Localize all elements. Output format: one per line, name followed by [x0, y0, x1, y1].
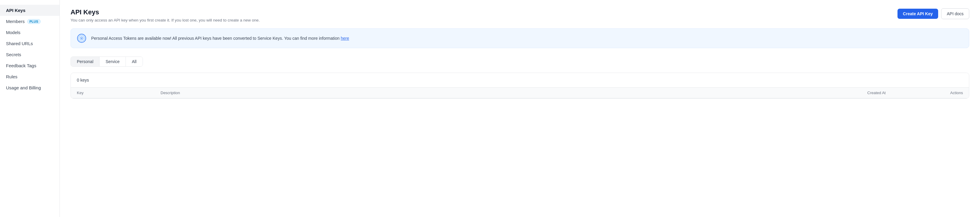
api-docs-button[interactable]: API docs — [941, 8, 969, 19]
sidebar-item-label: Rules — [6, 74, 18, 79]
main-content: API Keys You can only access an API key … — [60, 0, 980, 217]
table-col-actions: Actions — [927, 90, 963, 95]
info-banner: Personal Access Tokens are available now… — [70, 29, 969, 48]
tab-all[interactable]: All — [126, 57, 143, 67]
info-icon — [76, 33, 87, 44]
banner-link[interactable]: here — [341, 36, 349, 41]
table-col-key: Key — [77, 90, 161, 95]
page-header: API Keys You can only access an API key … — [70, 8, 969, 22]
table-header: KeyDescriptionCreated AtActions — [71, 87, 969, 98]
sidebar-item-label: Feedback Tags — [6, 63, 36, 68]
keys-section: 0 keys KeyDescriptionCreated AtActions — [70, 73, 969, 99]
banner-text: Personal Access Tokens are available now… — [91, 36, 349, 41]
page-title: API Keys — [70, 8, 260, 16]
tab-personal[interactable]: Personal — [71, 57, 100, 67]
sidebar-item-label: Models — [6, 30, 20, 35]
header-actions: Create API Key API docs — [897, 8, 969, 19]
plus-badge: PLUS — [27, 19, 41, 24]
sidebar-item-label: Shared URLs — [6, 41, 33, 46]
page-subtitle: You can only access an API key when you … — [70, 18, 260, 22]
sidebar-item-label: Members — [6, 19, 25, 24]
table-col-created-at: Created At — [867, 90, 927, 95]
tab-service[interactable]: Service — [100, 57, 126, 67]
sidebar-item-usage-billing[interactable]: Usage and Billing — [0, 82, 59, 93]
sidebar-item-api-keys[interactable]: API Keys — [0, 5, 59, 16]
sidebar-item-models[interactable]: Models — [0, 27, 59, 38]
sidebar-item-rules[interactable]: Rules — [0, 71, 59, 82]
sidebar-item-secrets[interactable]: Secrets — [0, 49, 59, 60]
sidebar-item-members[interactable]: MembersPLUS — [0, 16, 59, 27]
keys-count: 0 keys — [71, 73, 969, 87]
sidebar-item-feedback-tags[interactable]: Feedback Tags — [0, 60, 59, 71]
page-title-block: API Keys You can only access an API key … — [70, 8, 260, 22]
sidebar-item-label: Secrets — [6, 52, 21, 57]
svg-point-3 — [81, 38, 82, 39]
tabs: PersonalServiceAll — [70, 57, 143, 67]
table-col-description: Description — [161, 90, 867, 95]
sidebar-item-label: Usage and Billing — [6, 85, 41, 90]
sidebar-item-shared-urls[interactable]: Shared URLs — [0, 38, 59, 49]
sidebar-item-label: API Keys — [6, 8, 25, 13]
create-api-key-button[interactable]: Create API Key — [897, 9, 938, 19]
sidebar: API KeysMembersPLUSModelsShared URLsSecr… — [0, 0, 60, 217]
